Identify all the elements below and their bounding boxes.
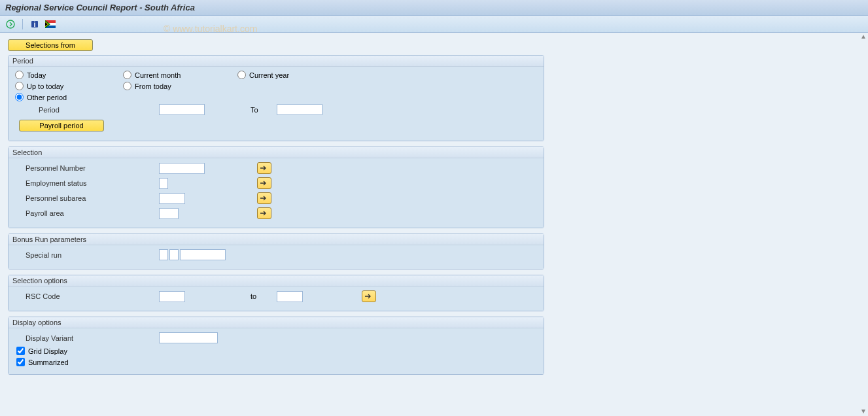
- selection-group-title: Selection: [9, 147, 544, 158]
- radio-other-period-label: Other period: [27, 94, 67, 101]
- radio-from-today[interactable]: From today: [123, 82, 211, 90]
- display-options-group: Display options Display Variant Grid Dis…: [8, 317, 544, 375]
- period-label: Period: [28, 106, 159, 114]
- radio-current-month-label: Current month: [135, 71, 181, 79]
- display-options-title: Display options: [9, 317, 544, 328]
- execute-icon[interactable]: [4, 18, 17, 30]
- radio-from-today-label: From today: [135, 82, 171, 90]
- grid-display-label: Grid Display: [28, 347, 67, 355]
- radio-current-month[interactable]: Current month: [123, 71, 211, 79]
- special-run-label: Special run: [15, 251, 159, 259]
- period-to-label: To: [251, 106, 277, 114]
- payroll-period-button[interactable]: Payroll period: [19, 120, 104, 131]
- svg-point-0: [7, 20, 14, 28]
- rsc-code-multi-icon[interactable]: [362, 290, 376, 302]
- rsc-code-to-label: to: [251, 292, 277, 300]
- selection-options-title: Selection options: [9, 275, 544, 286]
- personnel-number-label: Personnel Number: [15, 164, 159, 172]
- content-area: Selections from Period Today Current mon…: [0, 33, 868, 416]
- payroll-area-label: Payroll area: [15, 209, 159, 217]
- employment-status-input[interactable]: [159, 178, 168, 189]
- selection-group: Selection Personnel Number Employment st…: [8, 147, 544, 228]
- radio-today[interactable]: Today: [15, 71, 97, 79]
- radio-up-to-today[interactable]: Up to today: [15, 82, 97, 90]
- personnel-number-input[interactable]: [159, 163, 205, 174]
- special-run-input-2[interactable]: [169, 249, 179, 260]
- rsc-code-to-input[interactable]: [277, 291, 303, 302]
- toolbar-separator: [22, 19, 23, 29]
- radio-current-year-label: Current year: [249, 71, 289, 79]
- employment-status-multi-icon[interactable]: [257, 177, 271, 189]
- special-run-input-1[interactable]: [159, 249, 168, 260]
- period-group-title: Period: [9, 56, 544, 67]
- personnel-number-multi-icon[interactable]: [257, 162, 271, 174]
- page-title: Regional Service Council Report - South …: [0, 0, 868, 16]
- period-from-input[interactable]: [159, 104, 205, 115]
- selections-from-button[interactable]: Selections from: [8, 39, 93, 51]
- employment-status-label: Employment status: [15, 179, 159, 187]
- special-run-input-3[interactable]: [180, 249, 226, 260]
- application-toolbar: i: [0, 16, 868, 33]
- rsc-code-label: RSC Code: [15, 292, 159, 300]
- bonus-run-group: Bonus Run parameters Special run: [8, 234, 544, 269]
- radio-other-period[interactable]: Other period: [15, 93, 97, 101]
- summarized-label: Summarized: [28, 358, 69, 366]
- display-variant-input[interactable]: [159, 332, 218, 343]
- period-group: Period Today Current month Current year …: [8, 55, 544, 141]
- payroll-area-multi-icon[interactable]: [257, 207, 271, 219]
- personnel-subarea-multi-icon[interactable]: [257, 192, 271, 204]
- selection-options-group: Selection options RSC Code to: [8, 275, 544, 311]
- radio-up-to-today-label: Up to today: [27, 82, 63, 90]
- rsc-code-from-input[interactable]: [159, 291, 185, 302]
- info-icon[interactable]: i: [28, 18, 41, 30]
- svg-text:i: i: [33, 20, 35, 28]
- grid-display-checkbox[interactable]: Grid Display: [15, 347, 537, 355]
- payroll-area-input[interactable]: [159, 208, 179, 219]
- radio-today-label: Today: [27, 71, 46, 79]
- flag-icon[interactable]: [44, 18, 57, 30]
- display-variant-label: Display Variant: [15, 334, 159, 342]
- personnel-subarea-input[interactable]: [159, 193, 185, 204]
- radio-current-year[interactable]: Current year: [237, 71, 329, 79]
- summarized-checkbox[interactable]: Summarized: [15, 358, 537, 366]
- personnel-subarea-label: Personnel subarea: [15, 194, 159, 202]
- period-to-input[interactable]: [277, 104, 322, 115]
- bonus-run-title: Bonus Run parameters: [9, 234, 544, 245]
